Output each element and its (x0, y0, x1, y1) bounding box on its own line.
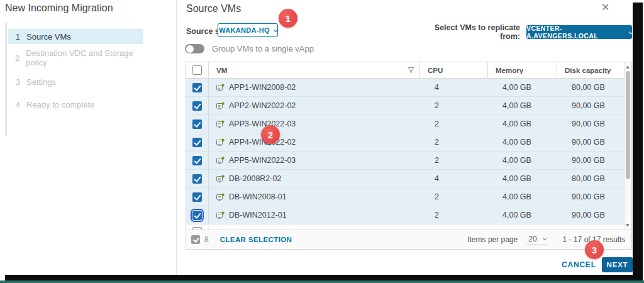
vm-memory: 4,00 GB (495, 119, 564, 128)
page-title: Source VMs (186, 3, 241, 14)
scroll-down-icon[interactable] (626, 224, 630, 227)
column-header-cpu[interactable]: CPU (419, 62, 487, 78)
steps-track-line (5, 23, 7, 136)
vm-name: APP2-WIN2022-02 (229, 101, 296, 110)
step-number: 4 (15, 100, 20, 109)
items-per-page-value: 20 (528, 235, 536, 243)
step-label: Ready to complete (26, 100, 94, 109)
column-header-label: CPU (428, 67, 443, 74)
row-checkbox[interactable] (192, 138, 202, 147)
vm-cpu: 2 (427, 138, 495, 147)
column-header-label: Memory (496, 67, 523, 74)
column-header-label: VM (216, 67, 227, 74)
vcenter-dropdown[interactable]: VCENTER-A.AVENGERS.LOCAL (526, 25, 632, 39)
items-per-page-label: Items per page (467, 235, 518, 244)
table-row[interactable]: DB-WIN2012-0124,00 GB90,00 GB (186, 206, 631, 225)
table-body: APP1-WIN2008-0244,00 GB80,00 GBAPP2-WIN2… (186, 79, 631, 225)
items-per-page-select[interactable]: 20 (526, 235, 547, 245)
cancel-button[interactable]: CANCEL (562, 260, 596, 269)
row-checkbox[interactable] (192, 101, 202, 111)
table-header-row: VM CPU Memory Disk capacity (186, 62, 631, 79)
wizard-step-settings[interactable]: 3 Settings (8, 74, 143, 89)
column-header-memory[interactable]: Memory (487, 62, 557, 78)
vm-memory: 4,00 GB (495, 192, 564, 201)
row-checkbox[interactable] (192, 174, 202, 184)
table-row[interactable]: APP4-WIN2022-0224,00 GB90,00 GB (186, 133, 631, 152)
screenshot-border-bottom (0, 280, 644, 283)
vm-memory: 4,00 GB (495, 211, 564, 219)
table-row[interactable]: APP5-WIN2022-0324,00 GB90,00 GB (186, 152, 631, 170)
vm-cpu: 2 (427, 192, 495, 201)
vm-disk: 80,00 GB (564, 83, 631, 92)
row-checkbox[interactable] (192, 156, 202, 165)
row-checkbox[interactable] (192, 83, 202, 92)
wizard-step-ready[interactable]: 4 Ready to complete (8, 97, 143, 112)
vm-icon (216, 157, 225, 165)
next-button[interactable]: NEXT (602, 257, 633, 272)
column-header-disk[interactable]: Disk capacity (557, 62, 624, 78)
vm-disk: 90,00 GB (564, 211, 631, 219)
scrollbar-thumb[interactable] (626, 71, 630, 179)
group-vapp-toggle-label: Group VMs to a single vApp (212, 44, 314, 53)
vm-name: DB-WIN2008-01 (229, 192, 287, 201)
table-row[interactable]: APP2-WIN2022-0224,00 GB90,00 GB (186, 97, 631, 115)
vm-name: APP5-WIN2022-03 (229, 156, 296, 165)
step-number: 1 (15, 32, 20, 42)
vm-name: APP1-WIN2008-02 (229, 83, 296, 92)
vm-cpu: 2 (427, 211, 495, 219)
annotation-badge-1: 1 (279, 9, 297, 28)
vm-icon (216, 84, 225, 92)
selection-summary-checkbox[interactable] (191, 235, 200, 244)
vm-cpu: 2 (427, 119, 495, 128)
row-checkbox[interactable] (192, 119, 202, 129)
clear-selection-button[interactable]: CLEAR SELECTION (220, 236, 292, 243)
column-header-label: Disk capacity (565, 67, 611, 74)
vm-name: APP3-WIN2022-03 (229, 119, 296, 128)
vm-cpu: 2 (427, 156, 495, 165)
vm-cpu: 4 (427, 174, 495, 183)
vcenter-value: VCENTER-A.AVENGERS.LOCAL (526, 25, 625, 40)
vm-cpu: 2 (427, 101, 495, 110)
close-icon[interactable]: ✕ (601, 1, 609, 13)
table-row[interactable]: DB-2008R2-0244,00 GB80,00 GB (186, 170, 631, 188)
filter-icon[interactable] (408, 67, 414, 74)
step-label: Settings (26, 77, 56, 87)
table-row[interactable]: APP1-WIN2008-0244,00 GB80,00 GB (186, 79, 631, 97)
dialog-title: New Incoming Migration (5, 3, 113, 14)
vm-disk: 80,00 GB (564, 174, 631, 183)
step-label: Destination VDC and Storage policy (26, 48, 143, 67)
vm-icon (216, 138, 225, 147)
vm-icon (216, 120, 225, 128)
panel-divider (176, 0, 177, 275)
vm-memory: 4,00 GB (495, 156, 564, 165)
row-checkbox[interactable] (192, 211, 202, 220)
vm-icon (216, 102, 225, 110)
table-row[interactable]: APP3-WIN2022-0324,00 GB90,00 GB (186, 115, 631, 133)
vm-memory: 4,00 GB (495, 101, 564, 110)
replicate-from-label: Select VMs to replicate from: (432, 23, 520, 41)
vm-memory: 4,00 GB (495, 138, 564, 147)
select-all-checkbox[interactable] (192, 65, 202, 75)
vm-icon (216, 211, 225, 219)
vm-disk: 90,00 GB (564, 156, 631, 165)
scroll-up-icon[interactable] (626, 65, 630, 69)
vm-memory: 4,00 GB (495, 174, 564, 183)
vm-cpu: 4 (427, 83, 495, 92)
vm-disk: 90,00 GB (564, 192, 631, 201)
wizard-step-source-vms[interactable]: 1 Source VMs (8, 29, 143, 44)
chevron-down-icon (273, 28, 277, 32)
source-site-dropdown[interactable]: WAKANDA-HQ (218, 23, 278, 37)
wizard-step-destination[interactable]: 2 Destination VDC and Storage policy (8, 50, 143, 65)
column-header-vm[interactable]: VM (209, 62, 419, 78)
vm-table: VM CPU Memory Disk capacity APP1-WIN2008… (186, 62, 632, 250)
row-checkbox[interactable] (192, 192, 202, 202)
vm-name: DB-2008R2-02 (229, 174, 281, 183)
table-row[interactable]: DB-WIN2008-0124,00 GB90,00 GB (186, 188, 631, 206)
source-site-value: WAKANDA-HQ (219, 26, 270, 34)
annotation-badge-3: 3 (585, 240, 604, 259)
select-all-cell (186, 62, 209, 78)
selected-count: 8 (204, 235, 209, 244)
group-vapp-toggle[interactable] (185, 44, 204, 53)
vm-disk: 90,00 GB (564, 138, 631, 147)
table-scrollbar[interactable] (624, 62, 631, 230)
